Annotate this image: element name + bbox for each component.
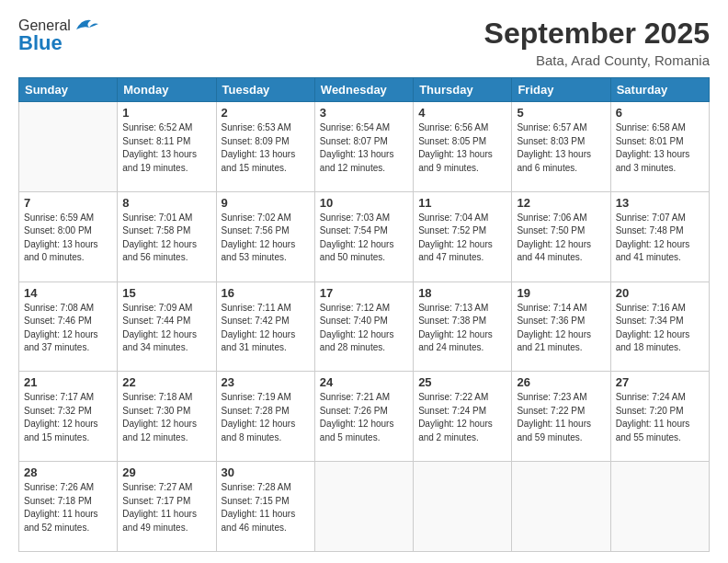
day-number: 19: [517, 286, 605, 300]
day-info: Sunrise: 7:28 AMSunset: 7:15 PMDaylight:…: [222, 481, 310, 534]
calendar-cell: [19, 102, 118, 192]
day-info: Sunrise: 7:11 AMSunset: 7:42 PMDaylight:…: [222, 302, 310, 355]
day-number: 15: [122, 286, 210, 300]
day-number: 17: [320, 286, 408, 300]
day-number: 25: [418, 375, 506, 389]
day-number: 1: [122, 106, 210, 120]
day-number: 2: [222, 106, 310, 120]
logo-bird-icon: [73, 17, 98, 33]
day-number: 18: [418, 286, 506, 300]
calendar-cell: 12Sunrise: 7:06 AMSunset: 7:50 PMDayligh…: [512, 191, 610, 282]
day-number: 11: [418, 196, 506, 210]
day-number: 24: [320, 375, 408, 389]
calendar-cell: [512, 462, 610, 552]
day-number: 10: [320, 196, 408, 210]
day-number: 22: [122, 375, 210, 389]
calendar-cell: 6Sunrise: 6:58 AMSunset: 8:01 PMDaylight…: [610, 102, 709, 192]
calendar-cell: 20Sunrise: 7:16 AMSunset: 7:34 PMDayligh…: [610, 282, 709, 372]
day-info: Sunrise: 7:18 AMSunset: 7:30 PMDaylight:…: [122, 391, 210, 444]
day-info: Sunrise: 7:19 AMSunset: 7:28 PMDaylight:…: [222, 391, 310, 444]
day-info: Sunrise: 7:07 AMSunset: 7:48 PMDaylight:…: [616, 212, 704, 265]
weekday-header-sunday: Sunday: [19, 78, 118, 102]
calendar-cell: 8Sunrise: 7:01 AMSunset: 7:58 PMDaylight…: [118, 191, 216, 282]
day-number: 27: [616, 375, 704, 389]
calendar-cell: [314, 462, 413, 552]
weekday-header-tuesday: Tuesday: [216, 78, 314, 102]
page: General Blue September 2025 Bata, Arad C…: [0, 0, 728, 563]
weekday-header-friday: Friday: [512, 78, 610, 102]
day-info: Sunrise: 7:04 AMSunset: 7:52 PMDaylight:…: [418, 212, 506, 265]
calendar-cell: 27Sunrise: 7:24 AMSunset: 7:20 PMDayligh…: [610, 372, 709, 462]
calendar-cell: 14Sunrise: 7:08 AMSunset: 7:46 PMDayligh…: [19, 282, 118, 372]
day-info: Sunrise: 7:27 AMSunset: 7:17 PMDaylight:…: [122, 481, 210, 534]
day-number: 21: [24, 375, 112, 389]
day-info: Sunrise: 6:54 AMSunset: 8:07 PMDaylight:…: [320, 121, 408, 175]
day-info: Sunrise: 7:02 AMSunset: 7:56 PMDaylight:…: [222, 212, 310, 265]
day-number: 26: [517, 375, 605, 389]
logo: General Blue: [18, 17, 98, 55]
day-info: Sunrise: 7:06 AMSunset: 7:50 PMDaylight:…: [517, 212, 605, 265]
week-row-3: 21Sunrise: 7:17 AMSunset: 7:32 PMDayligh…: [19, 372, 710, 462]
day-info: Sunrise: 7:01 AMSunset: 7:58 PMDaylight:…: [122, 212, 210, 265]
day-info: Sunrise: 7:03 AMSunset: 7:54 PMDaylight:…: [320, 212, 408, 265]
calendar-cell: [414, 462, 512, 552]
day-info: Sunrise: 7:21 AMSunset: 7:26 PMDaylight:…: [320, 391, 408, 444]
calendar-cell: 7Sunrise: 6:59 AMSunset: 8:00 PMDaylight…: [19, 191, 118, 282]
day-info: Sunrise: 7:12 AMSunset: 7:40 PMDaylight:…: [320, 302, 408, 355]
day-info: Sunrise: 7:16 AMSunset: 7:34 PMDaylight:…: [616, 302, 704, 355]
header: General Blue September 2025 Bata, Arad C…: [18, 17, 710, 68]
calendar-cell: 9Sunrise: 7:02 AMSunset: 7:56 PMDaylight…: [216, 191, 314, 282]
day-number: 5: [517, 106, 605, 120]
day-info: Sunrise: 7:13 AMSunset: 7:38 PMDaylight:…: [418, 302, 506, 355]
day-number: 4: [418, 106, 506, 120]
weekday-header-wednesday: Wednesday: [314, 78, 413, 102]
calendar-cell: 3Sunrise: 6:54 AMSunset: 8:07 PMDaylight…: [314, 102, 413, 192]
calendar-cell: 17Sunrise: 7:12 AMSunset: 7:40 PMDayligh…: [314, 282, 413, 372]
week-row-4: 28Sunrise: 7:26 AMSunset: 7:18 PMDayligh…: [19, 462, 710, 552]
day-info: Sunrise: 7:14 AMSunset: 7:36 PMDaylight:…: [517, 302, 605, 355]
calendar-cell: 30Sunrise: 7:28 AMSunset: 7:15 PMDayligh…: [216, 462, 314, 552]
calendar-cell: 19Sunrise: 7:14 AMSunset: 7:36 PMDayligh…: [512, 282, 610, 372]
calendar-cell: 15Sunrise: 7:09 AMSunset: 7:44 PMDayligh…: [118, 282, 216, 372]
calendar-cell: 13Sunrise: 7:07 AMSunset: 7:48 PMDayligh…: [610, 191, 709, 282]
day-info: Sunrise: 6:56 AMSunset: 8:05 PMDaylight:…: [418, 121, 506, 175]
day-info: Sunrise: 7:26 AMSunset: 7:18 PMDaylight:…: [24, 481, 112, 534]
day-number: 7: [24, 196, 112, 210]
calendar-cell: 25Sunrise: 7:22 AMSunset: 7:24 PMDayligh…: [414, 372, 512, 462]
day-number: 9: [222, 196, 310, 210]
day-number: 30: [222, 465, 310, 479]
month-title: September 2025: [484, 17, 710, 51]
week-row-2: 14Sunrise: 7:08 AMSunset: 7:46 PMDayligh…: [19, 282, 710, 372]
day-info: Sunrise: 7:22 AMSunset: 7:24 PMDaylight:…: [418, 391, 506, 444]
calendar-cell: 5Sunrise: 6:57 AMSunset: 8:03 PMDaylight…: [512, 102, 610, 192]
day-number: 13: [616, 196, 704, 210]
day-number: 20: [616, 286, 704, 300]
calendar-cell: 29Sunrise: 7:27 AMSunset: 7:17 PMDayligh…: [118, 462, 216, 552]
day-info: Sunrise: 6:52 AMSunset: 8:11 PMDaylight:…: [122, 121, 210, 175]
weekday-header-row: SundayMondayTuesdayWednesdayThursdayFrid…: [19, 78, 710, 102]
weekday-header-monday: Monday: [118, 78, 216, 102]
week-row-0: 1Sunrise: 6:52 AMSunset: 8:11 PMDaylight…: [19, 102, 710, 192]
day-number: 8: [122, 196, 210, 210]
day-info: Sunrise: 6:59 AMSunset: 8:00 PMDaylight:…: [24, 212, 112, 265]
day-number: 12: [517, 196, 605, 210]
day-info: Sunrise: 7:17 AMSunset: 7:32 PMDaylight:…: [24, 391, 112, 444]
day-number: 6: [616, 106, 704, 120]
day-number: 16: [222, 286, 310, 300]
logo-blue-text: Blue: [18, 31, 63, 55]
day-number: 14: [24, 286, 112, 300]
weekday-header-thursday: Thursday: [414, 78, 512, 102]
calendar-cell: 22Sunrise: 7:18 AMSunset: 7:30 PMDayligh…: [118, 372, 216, 462]
calendar-cell: 10Sunrise: 7:03 AMSunset: 7:54 PMDayligh…: [314, 191, 413, 282]
calendar-cell: 18Sunrise: 7:13 AMSunset: 7:38 PMDayligh…: [414, 282, 512, 372]
day-number: 28: [24, 465, 112, 479]
calendar-cell: 26Sunrise: 7:23 AMSunset: 7:22 PMDayligh…: [512, 372, 610, 462]
calendar-cell: 4Sunrise: 6:56 AMSunset: 8:05 PMDaylight…: [414, 102, 512, 192]
day-number: 3: [320, 106, 408, 120]
calendar-table: SundayMondayTuesdayWednesdayThursdayFrid…: [18, 77, 710, 552]
day-info: Sunrise: 6:58 AMSunset: 8:01 PMDaylight:…: [616, 121, 704, 175]
day-info: Sunrise: 6:53 AMSunset: 8:09 PMDaylight:…: [222, 121, 310, 175]
calendar-cell: 16Sunrise: 7:11 AMSunset: 7:42 PMDayligh…: [216, 282, 314, 372]
day-info: Sunrise: 7:08 AMSunset: 7:46 PMDaylight:…: [24, 302, 112, 355]
day-info: Sunrise: 7:23 AMSunset: 7:22 PMDaylight:…: [517, 391, 605, 444]
